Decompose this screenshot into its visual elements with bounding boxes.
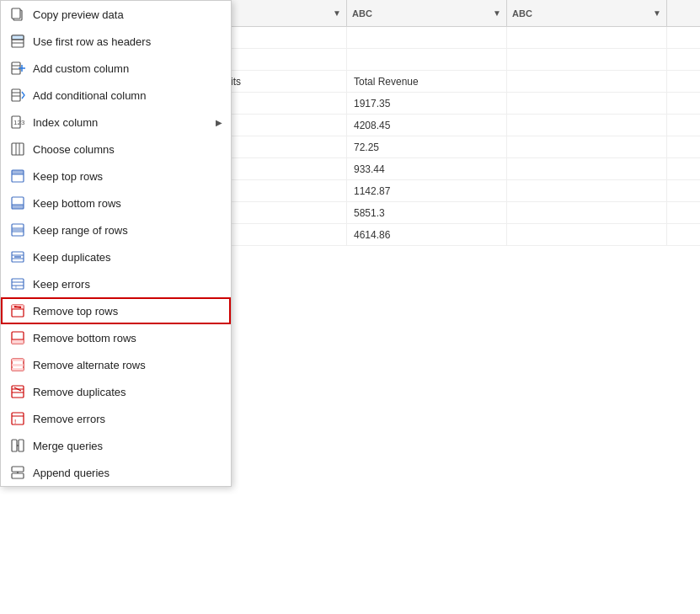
menu-label-add-conditional-col: Add conditional column — [33, 89, 222, 102]
svg-rect-59 — [19, 440, 24, 451]
svg-rect-45 — [12, 339, 24, 344]
menu-label-keep-bottom-rows: Keep bottom rows — [33, 197, 222, 210]
menu-icon-copy — [9, 6, 26, 23]
table-cell: 1142.87 — [347, 180, 507, 201]
menu-label-index-column: Index column — [33, 116, 209, 129]
table-cell — [507, 158, 667, 179]
svg-text:!: ! — [15, 285, 17, 291]
menu-label-remove-bottom-rows: Remove bottom rows — [33, 332, 222, 344]
menu-label-copy-preview: Copy preview data — [33, 8, 222, 21]
table-cell — [507, 93, 667, 114]
context-menu: Copy preview dataUse first row as header… — [0, 0, 232, 487]
table-cell: 933.44 — [347, 158, 507, 179]
menu-label-keep-errors: Keep errors — [33, 278, 222, 291]
table-cell — [347, 27, 507, 48]
table-cell — [507, 180, 667, 201]
menu-label-keep-duplicates: Keep duplicates — [33, 251, 222, 264]
menu-item-remove-alternate-rows[interactable]: Remove alternate rows — [1, 351, 231, 378]
col-header-3[interactable]: ABC ▼ — [347, 0, 507, 26]
svg-rect-30 — [12, 227, 24, 232]
table-cell — [507, 224, 667, 245]
svg-rect-15 — [12, 89, 20, 101]
menu-label-keep-range-rows: Keep range of rows — [33, 224, 222, 237]
menu-item-keep-range-rows[interactable]: Keep range of rows — [1, 216, 231, 243]
menu-icon-keeptop — [9, 168, 26, 184]
table-cell — [507, 115, 667, 136]
table-cell: 4614.86 — [347, 224, 507, 245]
menu-item-remove-duplicates[interactable]: Remove duplicates — [1, 378, 231, 405]
table-cell: 4208.45 — [347, 115, 507, 136]
menu-icon-firstrow — [9, 33, 26, 50]
col-type-icon-3: ABC — [352, 8, 372, 19]
menu-label-use-first-row: Use first row as headers — [33, 35, 222, 48]
menu-item-merge-queries[interactable]: Merge queries — [1, 432, 231, 459]
svg-rect-48 — [12, 359, 24, 361]
menu-label-remove-errors: Remove errors — [33, 413, 222, 425]
menu-item-index-column[interactable]: 123Index column▶ — [1, 109, 231, 136]
table-cell — [507, 27, 667, 48]
table-cell: 1917.35 — [347, 93, 507, 114]
menu-icon-removedup — [9, 383, 26, 400]
menu-label-remove-alternate-rows: Remove alternate rows — [33, 359, 222, 371]
table-cell — [507, 136, 667, 158]
menu-icon-append — [9, 464, 26, 481]
col-dropdown-4[interactable]: ▼ — [653, 8, 661, 18]
col-header-4[interactable]: ABC ▼ — [507, 0, 667, 26]
menu-label-choose-columns: Choose columns — [33, 143, 222, 156]
svg-rect-27 — [12, 205, 24, 209]
menu-item-add-custom-col[interactable]: Add custom column — [1, 55, 231, 82]
table-cell — [347, 49, 507, 70]
menu-item-keep-bottom-rows[interactable]: Keep bottom rows — [1, 190, 231, 216]
menu-icon-keeprange — [9, 222, 26, 238]
menu-icon-keepdup — [9, 248, 26, 265]
col-dropdown-3[interactable]: ▼ — [493, 8, 501, 18]
table-cell — [507, 71, 667, 92]
svg-rect-61 — [12, 467, 24, 472]
menu-icon-removetop — [9, 302, 26, 319]
menu-item-copy-preview[interactable]: Copy preview data — [1, 1, 231, 28]
menu-item-keep-errors[interactable]: !Keep errors — [1, 270, 231, 297]
table-cell — [507, 202, 667, 223]
menu-item-keep-top-rows[interactable]: Keep top rows — [1, 163, 231, 190]
menu-item-remove-bottom-rows[interactable]: Remove bottom rows — [1, 324, 231, 351]
table-cell — [507, 49, 667, 70]
table-cell: Total Revenue — [347, 71, 507, 92]
svg-rect-50 — [12, 368, 24, 371]
svg-rect-51 — [12, 386, 24, 398]
svg-rect-49 — [12, 364, 24, 366]
menu-item-keep-duplicates[interactable]: Keep duplicates — [1, 243, 231, 270]
svg-rect-58 — [12, 440, 17, 451]
menu-icon-removealternate — [9, 356, 26, 373]
menu-icon-keepbottom — [9, 195, 26, 211]
menu-item-use-first-row[interactable]: Use first row as headers — [1, 28, 231, 55]
menu-item-remove-errors[interactable]: !Remove errors — [1, 405, 231, 432]
col-type-icon-4: ABC — [512, 8, 532, 19]
svg-rect-7 — [12, 35, 24, 40]
svg-rect-35 — [12, 279, 24, 289]
svg-rect-24 — [12, 170, 24, 174]
menu-label-add-custom-col: Add custom column — [33, 62, 222, 75]
svg-rect-62 — [12, 473, 24, 478]
menu-item-append-queries[interactable]: Append queries — [1, 459, 231, 486]
menu-icon-choosecol — [9, 141, 26, 158]
menu-arrow-index-column: ▶ — [216, 118, 222, 127]
menu-item-choose-columns[interactable]: Choose columns — [1, 136, 231, 163]
table-cell: 5851.3 — [347, 202, 507, 223]
menu-label-remove-duplicates: Remove duplicates — [33, 386, 222, 398]
menu-item-add-conditional-col[interactable]: Add conditional column — [1, 82, 231, 109]
table-cell: 72.25 — [347, 136, 507, 158]
menu-label-append-queries: Append queries — [33, 467, 222, 479]
svg-text:123: 123 — [13, 119, 25, 126]
svg-text:!: ! — [14, 418, 16, 425]
menu-label-keep-top-rows: Keep top rows — [33, 170, 222, 183]
menu-icon-customcol — [9, 60, 26, 77]
menu-icon-removebottom — [9, 329, 26, 346]
menu-icon-conditionalcol — [9, 87, 26, 104]
svg-rect-5 — [12, 8, 20, 19]
menu-icon-merge — [9, 437, 26, 454]
menu-icon-keeperr: ! — [9, 275, 26, 292]
menu-item-remove-top-rows[interactable]: Remove top rows — [1, 297, 231, 324]
menu-icon-removeerr: ! — [9, 410, 26, 427]
svg-rect-20 — [12, 143, 24, 155]
col-dropdown-2[interactable]: ▼ — [333, 8, 341, 18]
